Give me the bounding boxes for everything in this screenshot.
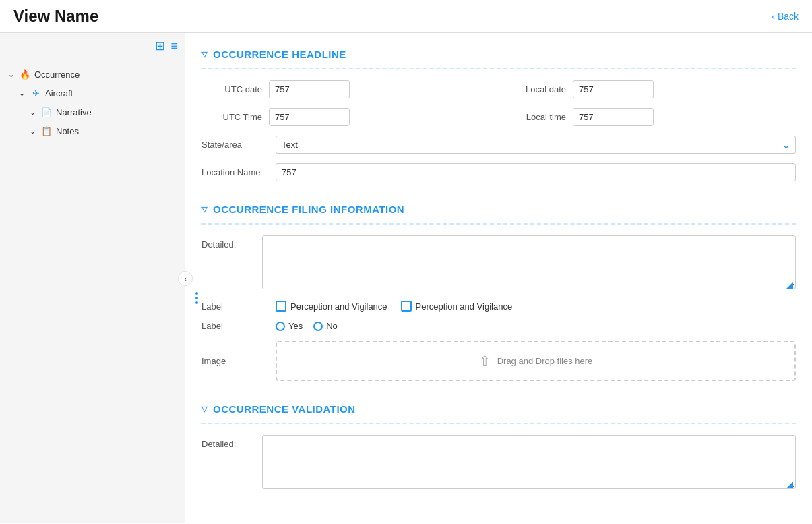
local-time-label: Local time (505, 112, 566, 122)
sidebar-label-narrative: Narrative (56, 107, 92, 117)
flame-icon: 🔥 (20, 69, 30, 80)
local-time-input[interactable] (573, 108, 654, 126)
dot-2 (195, 297, 198, 299)
image-row: Image ⇧ Drag and Drop files here (201, 341, 796, 381)
sidebar-item-narrative[interactable]: ⌄ 📄 Narrative (0, 103, 185, 121)
location-name-row: Location Name (201, 163, 796, 181)
sidebar-collapse-button[interactable]: ‹ (178, 271, 193, 286)
section-occurrence-validation: ▿ OCCURRENCE VALIDATION Detailed: (201, 401, 796, 491)
notes-icon: 📋 (41, 125, 52, 136)
state-area-label: State/area (201, 140, 269, 150)
occurrence-filing-title: OCCURRENCE FILING INFORMATION (213, 204, 404, 215)
utc-time-label: UTC Time (201, 112, 262, 122)
checkbox-1[interactable] (276, 301, 286, 312)
filing-detailed-label: Detailed: (201, 235, 255, 250)
label-checkbox-row: Label Perception and Vigilance Perceptio… (201, 301, 796, 312)
sidebar-label-occurrence: Occurrence (34, 69, 80, 80)
utc-date-group: UTC date (201, 80, 492, 98)
dot-3 (195, 301, 198, 304)
collapse-occurrence[interactable]: ⌄ (8, 70, 14, 79)
chevron-left-icon: ‹ (184, 274, 187, 283)
state-area-select[interactable]: Text (276, 136, 796, 154)
collapse-narrative[interactable]: ⌄ (30, 108, 36, 117)
sidebar-label-aircraft: Aircraft (45, 88, 73, 98)
utc-date-input[interactable] (269, 80, 350, 98)
radio-no-label: No (326, 321, 338, 331)
location-name-input[interactable] (276, 163, 796, 181)
checkbox-label-1: Perception and Vigilance (290, 301, 387, 312)
checkbox-item-2[interactable]: Perception and Vigilance (401, 301, 513, 312)
sidebar-item-occurrence[interactable]: ⌄ 🔥 Occurrence (0, 65, 185, 84)
radio-yes-item[interactable]: Yes (276, 321, 303, 331)
label-radio-row: Label Yes No (201, 321, 796, 331)
image-drop-zone[interactable]: ⇧ Drag and Drop files here (276, 341, 796, 381)
collapse-headline-icon[interactable]: ▿ (201, 47, 208, 61)
occurrence-validation-title: OCCURRENCE VALIDATION (213, 403, 356, 415)
date-row: UTC date Local date (201, 80, 796, 98)
image-label: Image (201, 356, 269, 366)
occurrence-filing-header: ▿ OCCURRENCE FILING INFORMATION (201, 202, 796, 225)
filing-detailed-textarea[interactable] (262, 235, 796, 289)
location-name-label: Location Name (201, 167, 269, 177)
radio-no[interactable] (313, 322, 323, 331)
collapse-validation-icon[interactable]: ▿ (201, 401, 208, 416)
sidebar-tree: ⌄ 🔥 Occurrence ⌄ ✈ Aircraft ⌄ 📄 Narrativ… (0, 59, 185, 146)
sidebar-label-notes: Notes (56, 126, 79, 136)
sidebar: ⊞ ≡ ⌄ 🔥 Occurrence ⌄ ✈ Aircraft ⌄ 📄 Narr… (0, 33, 185, 523)
section-occurrence-filing: ▿ OCCURRENCE FILING INFORMATION Detailed… (201, 202, 796, 381)
radio-no-item[interactable]: No (313, 321, 338, 331)
local-date-input[interactable] (573, 80, 654, 98)
main-content: ▿ OCCURRENCE HEADLINE UTC date Local dat… (185, 33, 812, 523)
sidebar-item-aircraft[interactable]: ⌄ ✈ Aircraft (0, 84, 185, 103)
chevron-left-icon: ‹ (772, 11, 775, 22)
validation-detailed-textarea[interactable] (262, 435, 796, 489)
dot-1 (195, 292, 198, 295)
document-icon: 📄 (41, 107, 52, 117)
drag-drop-text: Drag and Drop files here (497, 356, 593, 366)
filing-detailed-row: Detailed: (201, 235, 796, 291)
local-date-group: Local date (505, 80, 796, 98)
checkbox-2[interactable] (401, 301, 412, 312)
checkbox-label-2: Perception and Vigilance (416, 301, 513, 312)
sidebar-item-notes[interactable]: ⌄ 📋 Notes (0, 121, 185, 140)
local-date-label: Local date (505, 84, 566, 94)
validation-detailed-row: Detailed: (201, 435, 796, 491)
label-checkbox-label: Label (201, 301, 269, 312)
list-icon[interactable]: ≡ (170, 39, 178, 53)
plane-icon: ✈ (30, 88, 41, 98)
state-area-select-wrap: Text ⌄ (276, 136, 796, 154)
page-title: View Name (13, 7, 98, 26)
occurrence-validation-header: ▿ OCCURRENCE VALIDATION (201, 401, 796, 424)
collapse-filing-icon[interactable]: ▿ (201, 202, 208, 216)
utc-time-input[interactable] (269, 108, 350, 126)
local-time-group: Local time (505, 108, 796, 126)
collapse-aircraft[interactable]: ⌄ (19, 89, 25, 98)
utc-time-group: UTC Time (201, 108, 492, 126)
grid-icon[interactable]: ⊞ (155, 38, 165, 53)
occurrence-headline-header: ▿ OCCURRENCE HEADLINE (201, 47, 796, 69)
radio-yes[interactable] (276, 322, 285, 331)
checkbox-group: Perception and Vigilance Perception and … (276, 301, 512, 312)
validation-detailed-label: Detailed: (201, 435, 255, 449)
state-area-row: State/area Text ⌄ (201, 136, 796, 154)
radio-group: Yes No (276, 321, 338, 331)
header: View Name ‹ Back (0, 0, 812, 33)
time-row: UTC Time Local time (201, 108, 796, 126)
radio-yes-label: Yes (288, 321, 303, 331)
collapse-notes[interactable]: ⌄ (30, 127, 36, 136)
textarea-resize-corner-2 (786, 482, 793, 488)
checkbox-item-1[interactable]: Perception and Vigilance (276, 301, 387, 312)
upload-icon: ⇧ (479, 353, 491, 369)
back-button[interactable]: ‹ Back (772, 11, 799, 22)
occurrence-headline-title: OCCURRENCE HEADLINE (213, 49, 346, 60)
sidebar-toolbar: ⊞ ≡ (0, 33, 185, 59)
validation-detailed-wrap (262, 435, 796, 491)
label-radio-label: Label (201, 321, 269, 331)
sidebar-dots (195, 292, 198, 304)
main-layout: ⊞ ≡ ⌄ 🔥 Occurrence ⌄ ✈ Aircraft ⌄ 📄 Narr… (0, 33, 812, 523)
textarea-resize-corner (786, 282, 793, 289)
utc-date-label: UTC date (201, 84, 262, 94)
filing-detailed-wrap (262, 235, 796, 291)
section-occurrence-headline: ▿ OCCURRENCE HEADLINE UTC date Local dat… (201, 47, 796, 181)
